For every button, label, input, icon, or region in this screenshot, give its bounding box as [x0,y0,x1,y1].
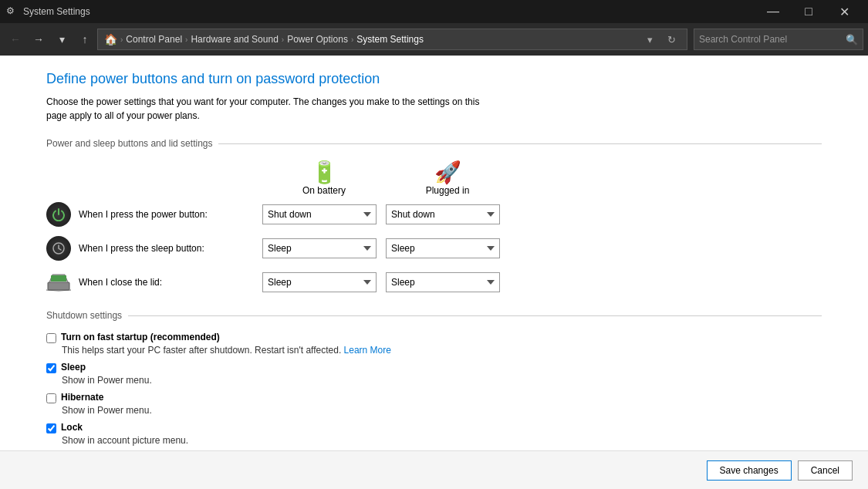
save-changes-button[interactable]: Save changes [707,460,792,481]
app-icon: ⚙ [6,5,19,18]
breadcrumb-hardware-sound[interactable]: Hardware and Sound [191,34,278,45]
cancel-button[interactable]: Cancel [798,460,853,481]
footer: Save changes Cancel [0,450,868,489]
hibernate-checkbox[interactable] [46,393,56,403]
nav-bar: ← → ▾ ↑ 🏠 › Control Panel › Hardware and… [0,23,868,56]
fast-startup-label[interactable]: Turn on fast startup (recommended) [61,332,220,342]
shutdown-section-label: Shutdown settings [46,310,122,321]
breadcrumb-system-settings: System Settings [356,34,424,45]
sleep-button-row: When I press the sleep button: Do nothin… [46,236,822,261]
back-button[interactable]: ← [5,29,26,50]
lid-battery-select-container: Do nothing Sleep Hibernate Shut down Tur… [262,272,386,292]
search-bar: 🔍 [694,29,863,50]
close-button[interactable]: ✕ [826,0,862,23]
svg-rect-1 [48,282,69,290]
title-bar-title: System Settings [23,6,755,17]
sleep-plugged-select-container: Do nothing Sleep Hibernate Shut down Tur… [386,238,509,258]
sleep-row: Sleep [46,362,822,373]
power-plugged-select-container: Do nothing Sleep Hibernate Shut down Tur… [386,204,509,224]
svg-rect-2 [51,275,66,282]
forward-button[interactable]: → [28,29,49,50]
main-content: Define power buttons and turn on passwor… [0,56,868,450]
sleep-desc: Show in Power menu. [62,375,822,386]
sleep-button-label: When I press the sleep button: [46,236,262,261]
address-bar: 🏠 › Control Panel › Hardware and Sound ›… [97,29,687,50]
lid-battery-select[interactable]: Do nothing Sleep Hibernate Shut down Tur… [262,272,377,292]
hibernate-cb-label[interactable]: Hibernate [61,392,103,403]
lid-plugged-select-container: Do nothing Sleep Hibernate Shut down Tur… [386,272,509,292]
search-input[interactable] [699,34,846,45]
fast-startup-checkbox[interactable] [46,333,56,343]
title-bar: ⚙ System Settings — □ ✕ [0,0,868,23]
up-button[interactable]: ↑ [74,29,96,50]
sleep-checkbox[interactable] [46,363,56,373]
shutdown-section-header: Shutdown settings [46,310,822,321]
power-icon [46,202,71,227]
breadcrumb-control-panel[interactable]: Control Panel [126,34,182,45]
refresh-button[interactable]: ↻ [662,29,681,50]
address-dropdown-button[interactable]: ▾ [640,29,659,50]
col-header-battery: 🔋 On battery [262,160,386,196]
column-headers: 🔋 On battery 🚀 Plugged in [46,160,822,196]
power-section-label: Power and sleep buttons and lid settings [46,138,212,149]
sleep-battery-select-container: Do nothing Sleep Hibernate Shut down Tur… [262,238,386,258]
breadcrumb-power-options[interactable]: Power Options [287,34,348,45]
shutdown-section: Shutdown settings Turn on fast startup (… [46,310,822,446]
section-divider [218,143,822,144]
power-battery-select[interactable]: Do nothing Sleep Hibernate Shut down Tur… [262,204,377,224]
sleep-plugged-select[interactable]: Do nothing Sleep Hibernate Shut down Tur… [386,238,500,258]
home-icon: 🏠 [104,33,117,46]
lock-desc: Show in account picture menu. [62,435,822,446]
lock-cb-label[interactable]: Lock [61,422,83,433]
recent-button[interactable]: ▾ [51,29,73,50]
fast-startup-desc: This helps start your PC faster after sh… [62,345,822,356]
battery-icon: 🔋 [262,160,386,185]
lock-row: Lock [46,422,822,433]
hibernate-desc: Show in Power menu. [62,405,822,416]
col-header-plugged: 🚀 Plugged in [386,160,509,196]
lid-icon [46,270,71,295]
sleep-icon [46,236,71,261]
plugged-icon: 🚀 [386,160,509,185]
power-plugged-select[interactable]: Do nothing Sleep Hibernate Shut down Tur… [386,204,500,224]
power-battery-select-container: Do nothing Sleep Hibernate Shut down Tur… [262,204,386,224]
lid-plugged-select[interactable]: Do nothing Sleep Hibernate Shut down Tur… [386,272,500,292]
power-button-row: When I press the power button: Do nothin… [46,202,822,227]
content-area: Define power buttons and turn on passwor… [0,56,868,489]
sleep-battery-select[interactable]: Do nothing Sleep Hibernate Shut down Tur… [262,238,377,258]
maximize-button[interactable]: □ [791,0,826,23]
page-description: Choose the power settings that you want … [46,95,494,123]
lock-checkbox[interactable] [46,423,56,433]
power-section-header: Power and sleep buttons and lid settings [46,138,822,149]
minimize-button[interactable]: — [755,0,791,23]
shutdown-section-divider [128,315,822,316]
settings-table: 🔋 On battery 🚀 Plugged in [46,160,822,295]
lid-row: When I close the lid: Do nothing Sleep H… [46,270,822,295]
learn-more-link[interactable]: Learn More [344,345,391,356]
lid-label: When I close the lid: [46,270,262,295]
title-bar-controls: — □ ✕ [755,0,862,23]
fast-startup-row: Turn on fast startup (recommended) [46,332,822,343]
hibernate-row: Hibernate [46,392,822,403]
search-icon: 🔍 [846,34,858,46]
page-title: Define power buttons and turn on passwor… [46,71,822,87]
sleep-cb-label[interactable]: Sleep [61,362,86,373]
power-button-label: When I press the power button: [46,202,262,227]
